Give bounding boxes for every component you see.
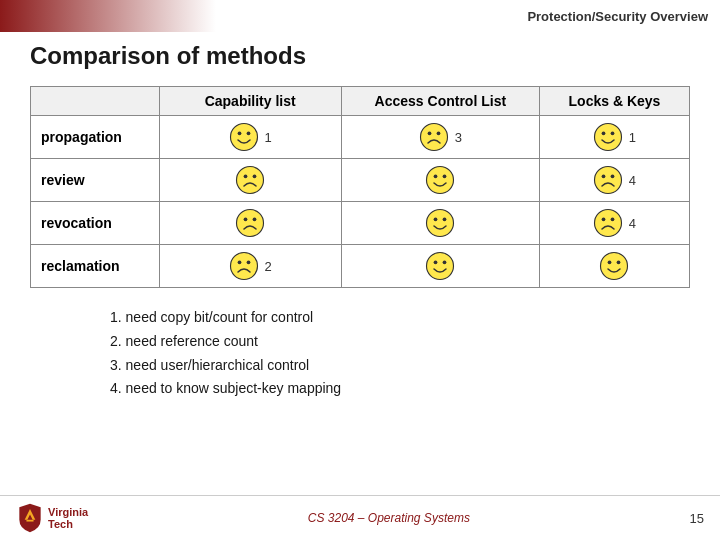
page-title: Comparison of methods [30, 42, 690, 70]
capability-cell: 2 [159, 245, 341, 288]
svg-point-29 [246, 260, 250, 264]
header-title: Protection/Security Overview [527, 9, 708, 24]
svg-point-5 [436, 131, 440, 135]
footer: Virginia Tech CS 3204 – Operating System… [0, 495, 720, 540]
svg-point-35 [617, 260, 621, 264]
locks-cell [539, 245, 689, 288]
vt-shield-icon [16, 502, 44, 534]
svg-point-34 [608, 260, 612, 264]
svg-point-12 [427, 167, 454, 194]
row-label: propagation [31, 116, 160, 159]
table-row: revocation 4 [31, 202, 690, 245]
footer-course: CS 3204 – Operating Systems [308, 511, 470, 525]
note-item: 3. need user/hierarchical control [110, 354, 690, 378]
col-header-locks: Locks & Keys [539, 87, 689, 116]
table-row: propagation 1 3 1 [31, 116, 690, 159]
locks-cell: 4 [539, 202, 689, 245]
comparison-table: Capability list Access Control List Lock… [30, 86, 690, 288]
svg-point-9 [237, 167, 264, 194]
svg-point-26 [610, 217, 614, 221]
capability-cell [159, 202, 341, 245]
svg-point-3 [420, 124, 447, 151]
svg-point-23 [443, 217, 447, 221]
svg-point-10 [244, 174, 248, 178]
svg-point-32 [443, 260, 447, 264]
svg-point-16 [601, 174, 605, 178]
note-item: 1. need copy bit/count for control [110, 306, 690, 330]
row-label: review [31, 159, 160, 202]
svg-point-28 [237, 260, 241, 264]
table-row: reclamation 2 [31, 245, 690, 288]
svg-point-22 [434, 217, 438, 221]
svg-point-6 [594, 124, 621, 151]
svg-point-21 [427, 210, 454, 237]
row-label: revocation [31, 202, 160, 245]
svg-point-1 [237, 131, 241, 135]
acl-cell: 3 [341, 116, 539, 159]
note-item: 4. need to know subject-key mapping [110, 377, 690, 401]
svg-point-8 [610, 131, 614, 135]
svg-point-27 [230, 253, 257, 280]
svg-point-7 [601, 131, 605, 135]
svg-point-14 [443, 174, 447, 178]
note-item: 2. need reference count [110, 330, 690, 354]
acl-cell [341, 202, 539, 245]
svg-point-33 [601, 253, 628, 280]
capability-cell: 1 [159, 116, 341, 159]
top-bar: Protection/Security Overview [0, 0, 720, 32]
acl-cell [341, 159, 539, 202]
svg-point-20 [253, 217, 257, 221]
locks-cell: 1 [539, 116, 689, 159]
row-label: reclamation [31, 245, 160, 288]
svg-point-13 [434, 174, 438, 178]
logo-text: Virginia Tech [48, 506, 88, 530]
table-row: review 4 [31, 159, 690, 202]
footer-page: 15 [690, 511, 704, 526]
capability-cell [159, 159, 341, 202]
svg-point-17 [610, 174, 614, 178]
col-header-capability: Capability list [159, 87, 341, 116]
svg-point-2 [246, 131, 250, 135]
svg-point-25 [601, 217, 605, 221]
svg-point-11 [253, 174, 257, 178]
col-header-empty [31, 87, 160, 116]
svg-rect-37 [26, 520, 33, 522]
svg-point-18 [237, 210, 264, 237]
notes-section: 1. need copy bit/count for control2. nee… [110, 306, 690, 401]
svg-point-4 [427, 131, 431, 135]
svg-point-24 [594, 210, 621, 237]
col-header-acl: Access Control List [341, 87, 539, 116]
svg-point-15 [594, 167, 621, 194]
main-content: Comparison of methods Capability list Ac… [0, 32, 720, 411]
acl-cell [341, 245, 539, 288]
svg-point-19 [244, 217, 248, 221]
svg-point-30 [427, 253, 454, 280]
svg-point-0 [230, 124, 257, 151]
footer-logo: Virginia Tech [16, 502, 88, 534]
svg-point-31 [434, 260, 438, 264]
locks-cell: 4 [539, 159, 689, 202]
